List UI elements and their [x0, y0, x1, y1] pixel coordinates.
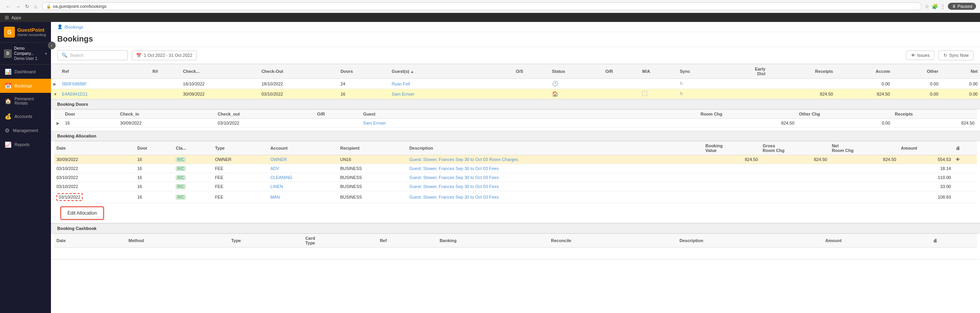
edit-allocation-button[interactable]: Edit Allocation: [60, 206, 104, 220]
browser-action-buttons[interactable]: ☆ 🧩 ⋮ ⏸ Paused: [925, 3, 976, 10]
th-account[interactable]: Account: [268, 141, 338, 155]
ref-cell[interactable]: E4A5941D11: [60, 89, 150, 99]
guest-cell[interactable]: Sam Ernser: [361, 119, 463, 128]
th-sync[interactable]: Sync: [677, 64, 722, 79]
grid-icon[interactable]: ⊞: [5, 14, 9, 20]
extensions-icon[interactable]: 🧩: [932, 4, 938, 9]
sidebar-item-accounts[interactable]: 💰 Accounts: [0, 109, 51, 123]
th-or[interactable]: O/R: [315, 110, 361, 119]
th-class[interactable]: Cla...: [173, 141, 212, 155]
account-link[interactable]: CLEANING: [270, 175, 292, 180]
th-early-dist[interactable]: EarlyDist: [722, 64, 768, 79]
sidebar-item-permanent-rentals[interactable]: 🏠 Permanent Rentals: [0, 93, 51, 109]
sidebar-item-management[interactable]: ⚙ Management: [0, 123, 51, 138]
eye-cell[interactable]: 👁: [953, 155, 977, 164]
browser-nav-buttons[interactable]: ← → ↻ ⌂: [4, 3, 39, 10]
description-link[interactable]: Guest: Stower, Frances Sep 30 to Oct 03 …: [409, 195, 499, 199]
account-link[interactable]: LINEN: [270, 184, 283, 189]
expand-cell[interactable]: ▶: [54, 119, 63, 128]
th-checkin[interactable]: Check...: [181, 64, 259, 79]
guest-cell[interactable]: Sam Ernser: [389, 89, 471, 99]
ref-cell[interactable]: 5B0F68888F: [60, 79, 150, 89]
th-ref[interactable]: Ref: [377, 234, 437, 248]
th-checkout[interactable]: Check-Out: [259, 64, 338, 79]
description-link[interactable]: Guest: Stower, Frances Sep 30 to Oct 03 …: [409, 157, 518, 162]
th-guests[interactable]: Guest(s) ▲: [389, 64, 471, 79]
guest-link[interactable]: Sam Ernser: [363, 121, 386, 125]
description-link[interactable]: Guest: Stower, Frances Sep 30 to Oct 03 …: [409, 166, 499, 171]
forward-button[interactable]: →: [14, 3, 22, 10]
ref-link[interactable]: 5B0F68888F: [62, 81, 87, 86]
th-description[interactable]: Description: [677, 234, 823, 248]
th-type[interactable]: Type: [229, 234, 303, 248]
th-other[interactable]: Other: [892, 64, 940, 79]
sidebar-item-bookings[interactable]: 📅 Bookings: [0, 79, 51, 93]
th-description[interactable]: Description: [407, 141, 703, 155]
search-box[interactable]: 🔍 Search: [57, 50, 128, 60]
th-doors[interactable]: Doors: [338, 64, 390, 79]
breadcrumb-link[interactable]: /Bookings: [64, 25, 83, 29]
row-collapse-button[interactable]: ▼: [53, 92, 57, 96]
door-expand-button[interactable]: ▶: [56, 121, 60, 125]
th-net[interactable]: Net: [941, 64, 980, 79]
th-net-room-chg[interactable]: NetRoom Chg: [829, 141, 898, 155]
th-os[interactable]: O/S: [514, 64, 550, 79]
row-expand-button[interactable]: ▶: [53, 82, 56, 86]
paused-button[interactable]: ⏸ Paused: [948, 3, 976, 10]
sidebar-item-reports[interactable]: 📈 Reports: [0, 138, 51, 152]
account-cell[interactable]: CLEANING: [268, 173, 338, 182]
guest-link[interactable]: Ryan Fell: [392, 81, 410, 86]
address-bar[interactable]: 🔒 oa.guestpoint.com/bookings: [42, 2, 922, 10]
account-cell[interactable]: OWNER: [268, 155, 338, 164]
th-other-chg[interactable]: Other Chg: [797, 110, 893, 119]
home-button[interactable]: ⌂: [33, 3, 39, 10]
company-selector[interactable]: D Demo Company... Demo User 1 ▾: [0, 43, 51, 65]
account-cell[interactable]: MAN: [268, 191, 338, 203]
th-door[interactable]: Door: [135, 141, 173, 155]
date-range-picker[interactable]: 📅 1 Oct 2022 - 31 Oct 2022: [132, 51, 197, 60]
th-date[interactable]: Date: [54, 141, 135, 155]
th-door[interactable]: Door: [63, 110, 118, 119]
th-gross-room-chg[interactable]: GrossRoom Chg: [760, 141, 829, 155]
print-icon[interactable]: 🖨: [933, 238, 937, 243]
th-reconcile[interactable]: Reconcile: [549, 234, 677, 248]
th-banking[interactable]: Banking: [437, 234, 548, 248]
th-room-chg[interactable]: Room Chg: [698, 110, 797, 119]
bookmark-star-icon[interactable]: ☆: [925, 4, 929, 9]
account-link[interactable]: ADV: [270, 166, 279, 171]
th-type[interactable]: Type: [212, 141, 268, 155]
expand-cell[interactable]: ▶: [51, 79, 60, 89]
th-amount[interactable]: Amount: [823, 234, 931, 248]
th-ma[interactable]: M/A: [640, 64, 677, 79]
account-link[interactable]: OWNER: [270, 157, 287, 162]
guest-link[interactable]: Sam Ernser: [392, 92, 414, 96]
th-checkin[interactable]: Check_in: [118, 110, 215, 119]
th-receipts[interactable]: Receipts: [893, 110, 977, 119]
th-accom[interactable]: Accom: [835, 64, 892, 79]
th-date[interactable]: Date: [54, 234, 126, 248]
th-amount[interactable]: Amount: [898, 141, 953, 155]
account-cell[interactable]: ADV: [268, 164, 338, 173]
sidebar-toggle-button[interactable]: ‹: [48, 42, 56, 49]
th-guest[interactable]: Guest: [361, 110, 463, 119]
th-status[interactable]: Status: [550, 64, 603, 79]
th-booking-value[interactable]: BookingValue: [703, 141, 760, 155]
expand-cell[interactable]: ▼: [51, 89, 60, 99]
th-method[interactable]: Method: [126, 234, 229, 248]
back-button[interactable]: ←: [4, 3, 12, 10]
guest-cell[interactable]: Ryan Fell: [389, 79, 471, 89]
description-link[interactable]: Guest: Stower, Frances Sep 30 to Oct 03 …: [409, 175, 499, 180]
th-card-type[interactable]: CardType: [303, 234, 377, 248]
eye-icon[interactable]: 👁: [956, 157, 960, 162]
th-recipient[interactable]: Recipient: [338, 141, 407, 155]
menu-icon[interactable]: ⋮: [940, 4, 946, 9]
account-cell[interactable]: LINEN: [268, 182, 338, 191]
th-checkout[interactable]: Check_out: [215, 110, 315, 119]
print-icon[interactable]: 🖨: [956, 146, 960, 150]
reload-button[interactable]: ↻: [24, 3, 31, 10]
description-link[interactable]: Guest: Stower, Frances Sep 30 to Oct 03 …: [409, 184, 499, 189]
ref-link[interactable]: E4A5941D11: [62, 92, 87, 96]
account-link[interactable]: MAN: [270, 195, 280, 199]
th-ref[interactable]: Ref: [60, 64, 150, 79]
th-receipts[interactable]: Receipts: [768, 64, 836, 79]
